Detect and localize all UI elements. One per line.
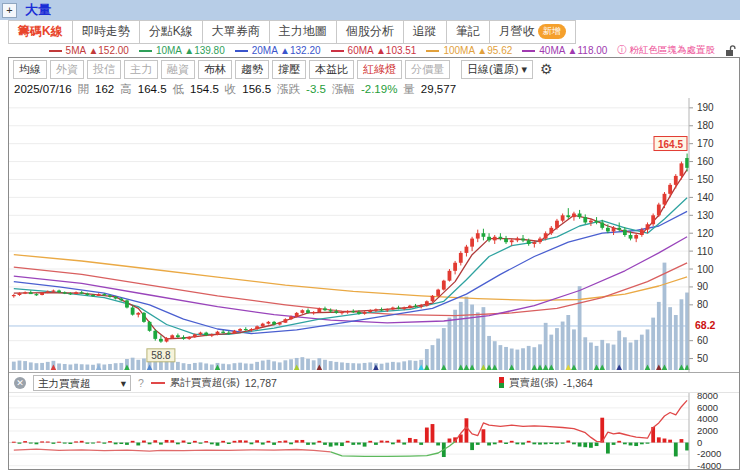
svg-text:190: 190 [697,102,714,113]
svg-text:120: 120 [697,228,714,239]
chart-panel: 均線外資投信主力融資布林趨勢撐壓本益比紅綠燈分價量日線(還原) ▾⚙ 2025/… [8,57,740,470]
cumulative-legend-label: 累計買賣超(張) [170,376,240,390]
svg-text:80: 80 [697,299,709,310]
svg-text:150: 150 [697,174,714,185]
tab-bar: 籌碼K線即時走勢分點K線大單券商主力地圖個股分析追蹤筆記月營收新增 [0,20,740,44]
svg-text:130: 130 [697,210,714,221]
svg-text:110: 110 [697,246,713,257]
svg-text:68.2: 68.2 [695,319,716,331]
ohlc-value: -3.5 [306,83,326,95]
period-select[interactable]: 日線(還原) ▾ [461,60,533,79]
ohlc-value: 162 [95,83,114,95]
ma-legend-text: 40MA ▲118.00 [539,45,607,56]
ma-legend-20MA: 20MA ▲132.20 [235,45,321,56]
svg-text:160: 160 [697,156,714,167]
ohlc-label: 開 [78,82,90,97]
tab-label: 筆記 [456,23,480,40]
tab-badge: 新增 [538,24,566,39]
ohlc-date: 2025/07/16 [14,83,72,95]
ohlc-label: 量 [403,82,415,97]
svg-text:180: 180 [697,120,714,131]
ohlc-value: 164.5 [138,83,167,95]
ohlc-label: 漲幅 [332,82,355,97]
ma-line-swatch-icon [522,50,535,52]
pink-block-note: ⓘ 粉紅色區塊為處置股 [617,44,715,57]
ma-line-swatch-icon [139,50,152,52]
cumulative-legend: 累計買賣超(張) 12,787 [151,376,277,390]
sub-panel-header: ✕ 主力買賣超 ▾ ? 累計買賣超(張) 12,787 買賣超(張) -1,36… [9,372,739,393]
svg-text:2000: 2000 [697,425,718,436]
tab-籌碼K線[interactable]: 籌碼K線 [8,20,73,44]
help-icon[interactable]: ? [138,377,144,389]
ma-legend-row: 5MA ▲152.0010MA ▲139.8020MA ▲132.2060MA … [0,44,740,57]
tab-個股分析[interactable]: 個股分析 [336,20,404,44]
ma-legend-10MA: 10MA ▲139.80 [139,45,225,56]
window-bar: + 大量 [0,0,740,20]
close-icon[interactable]: ✕ [14,377,26,389]
ma-line-swatch-icon [426,50,439,52]
svg-text:58.8: 58.8 [151,350,171,361]
tab-分點K線[interactable]: 分點K線 [139,20,203,44]
ma-legend-text: 20MA ▲132.20 [252,45,321,56]
tab-label: 月營收 [499,23,535,40]
tab-主力地圖[interactable]: 主力地圖 [269,20,337,44]
chevron-down-icon: ▾ [121,376,126,390]
toolbar-button-融資[interactable]: 融資 [161,60,195,79]
cumulative-legend-value: 12,787 [245,377,277,389]
svg-text:170: 170 [697,138,714,149]
ohlc-label: 高 [120,82,132,97]
main-candlestick-chart[interactable]: 1901801701601501401301201101009080605068… [9,98,740,372]
toolbar-button-撐壓[interactable]: 撐壓 [272,60,306,79]
add-tab-button[interactable]: + [2,3,17,18]
ohlc-value: 154.5 [190,83,219,95]
tab-即時走勢[interactable]: 即時走勢 [72,20,140,44]
ohlc-value: 29,577 [421,83,456,95]
ma-legend-100MA: 100MA ▲95.62 [426,45,512,56]
tab-label: 即時走勢 [82,23,130,40]
toolbar-button-主力[interactable]: 主力 [124,60,158,79]
tab-label: 追蹤 [413,23,437,40]
ma-line-swatch-icon [49,50,62,52]
svg-text:140: 140 [697,192,714,203]
toolbar-button-均線[interactable]: 均線 [13,60,47,79]
tab-筆記[interactable]: 筆記 [446,20,490,44]
ma-legend-40MA: 40MA ▲118.00 [522,45,607,56]
ma-legend-text: 10MA ▲139.80 [156,45,225,56]
ma-legend-60MA: 60MA ▲103.51 [331,45,417,56]
unlock-icon[interactable] [725,45,736,57]
svg-text:0: 0 [697,437,702,448]
ohlc-label: 低 [173,82,185,97]
tab-label: 籌碼K線 [18,23,63,40]
toolbar-button-外資[interactable]: 外資 [50,60,84,79]
ma-legend-5MA: 5MA ▲152.00 [49,45,129,56]
ohlc-label: 收 [225,82,237,97]
svg-text:60: 60 [697,335,709,346]
page-title: 大量 [25,1,51,19]
toolbar-button-趨勢[interactable]: 趨勢 [235,60,269,79]
indicator-select-value: 主力買賣超 [38,376,91,390]
tab-label: 個股分析 [346,23,394,40]
toolbar-button-紅綠燈[interactable]: 紅綠燈 [357,60,402,79]
toolbar-button-投信[interactable]: 投信 [87,60,121,79]
tab-大單券商[interactable]: 大單券商 [202,20,270,44]
ma-legend-text: 5MA ▲152.00 [66,45,129,56]
toolbar-button-布林[interactable]: 布林 [198,60,232,79]
indicator-select[interactable]: 主力買賣超 ▾ [33,375,131,391]
ma-line-swatch-icon [331,50,344,52]
gear-icon[interactable]: ⚙ [540,61,553,77]
ma-line-swatch-icon [235,50,248,52]
toolbar-button-本益比[interactable]: 本益比 [309,60,354,79]
toolbar-button-分價量[interactable]: 分價量 [405,60,450,79]
svg-text:90: 90 [697,281,709,292]
svg-text:50: 50 [697,353,709,364]
tab-追蹤[interactable]: 追蹤 [403,20,447,44]
tab-label: 大單券商 [212,23,260,40]
netbuy-legend-value: -1,364 [563,377,593,389]
ohlc-label: 漲跌 [277,82,300,97]
ohlc-value: -2.19% [361,83,397,95]
tab-月營收[interactable]: 月營收新增 [489,20,576,44]
net-buy-sell-chart[interactable]: 80006000400020000-2000-4000 [9,393,740,469]
ma-legend-text: 60MA ▲103.51 [348,45,417,56]
chart-toolbar: 均線外資投信主力融資布林趨勢撐壓本益比紅綠燈分價量日線(還原) ▾⚙ [9,58,739,80]
svg-text:8000: 8000 [697,393,718,401]
